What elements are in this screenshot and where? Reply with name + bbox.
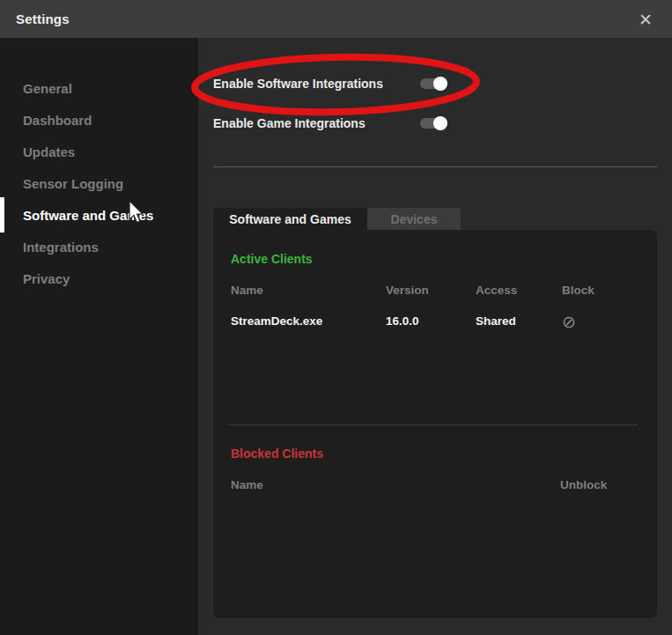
panel-divider [229, 425, 638, 425]
block-icon[interactable]: ⊘ [562, 314, 576, 330]
tab-devices[interactable]: Devices [367, 208, 461, 230]
tab-bar: Software and Games Devices [213, 208, 461, 230]
column-header-unblock: Unblock [560, 478, 607, 491]
software-integrations-toggle[interactable] [420, 78, 447, 89]
active-clients-heading: Active Clients [231, 252, 313, 266]
toggle-knob [433, 77, 447, 91]
sidebar-item-sensor-logging[interactable]: Sensor Logging [0, 167, 198, 199]
sidebar-item-dashboard[interactable]: Dashboard [0, 104, 198, 136]
blocked-clients-heading: Blocked Clients [231, 447, 323, 461]
clients-panel: Active Clients Name Version Access Block… [213, 230, 657, 618]
game-integrations-label: Enable Game Integrations [213, 116, 366, 130]
titlebar: Settings ✕ [0, 0, 672, 38]
sidebar-item-integrations[interactable]: Integrations [0, 231, 198, 262]
column-header-access: Access [476, 284, 517, 297]
column-header-blocked-name: Name [231, 478, 263, 491]
sidebar-item-software-and-games[interactable]: Software and Games [0, 199, 198, 231]
client-version: 16.0.0 [386, 314, 419, 328]
column-header-block: Block [562, 284, 594, 297]
main-content: Enable Software Integrations Enable Game… [198, 38, 672, 635]
window-title: Settings [16, 11, 70, 26]
software-integrations-row: Enable Software Integrations [213, 75, 447, 92]
toggle-knob [433, 116, 447, 130]
sidebar-item-privacy[interactable]: Privacy [0, 262, 198, 294]
sidebar-item-updates[interactable]: Updates [0, 136, 198, 167]
game-integrations-row: Enable Game Integrations [213, 114, 447, 132]
close-icon[interactable]: ✕ [631, 5, 660, 33]
client-access: Shared [476, 314, 516, 328]
sidebar-item-general[interactable]: General [0, 72, 198, 104]
software-integrations-label: Enable Software Integrations [213, 77, 383, 91]
client-name: StreamDeck.exe [231, 314, 322, 328]
tab-software-and-games[interactable]: Software and Games [213, 208, 367, 230]
game-integrations-toggle[interactable] [420, 118, 447, 129]
column-header-name: Name [231, 284, 263, 297]
column-header-version: Version [386, 284, 429, 297]
section-divider [213, 166, 657, 167]
sidebar: General Dashboard Updates Sensor Logging… [0, 38, 198, 635]
